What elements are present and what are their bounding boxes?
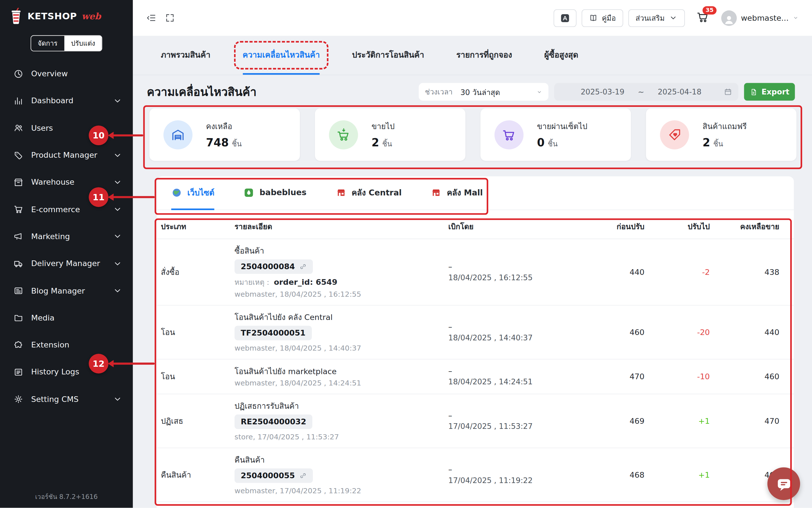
sidebar-item-label: E-commerce — [31, 205, 80, 214]
row-change: -2 — [644, 267, 709, 277]
sidebar-item-marketing[interactable]: Marketing — [0, 223, 133, 250]
stat-card: ขายไป2ชิ้น — [315, 108, 465, 161]
annotation-arrow — [113, 363, 155, 365]
product-icon — [14, 150, 24, 160]
export-label: Export — [762, 88, 789, 96]
stat-label: คงเหลือ — [206, 120, 242, 132]
sidebar-item-label: Product Manager — [31, 150, 97, 160]
period-value: 30 วันล่าสุด — [460, 86, 500, 98]
link-icon — [299, 263, 307, 270]
stat-cart-set-icon — [501, 127, 516, 142]
sidebar-item-label: Setting CMS — [31, 394, 79, 404]
annotation-arrow — [113, 134, 143, 136]
row-change: -10 — [644, 372, 709, 381]
document-code: RE2504000032 — [241, 417, 307, 426]
row-remain: 438 — [710, 267, 779, 277]
export-button[interactable]: Export — [744, 83, 795, 101]
annotation-number: 11 — [92, 192, 105, 202]
user-menu[interactable]: webmaste... — [721, 10, 799, 26]
sidebar-item-setting-cms[interactable]: Setting CMS — [0, 386, 133, 413]
collapse-sidebar-icon[interactable] — [147, 13, 156, 23]
sidebar-item-media[interactable]: Media — [0, 304, 133, 332]
mode-toggle: จัดการ ปรับแต่ง — [0, 35, 133, 51]
sidebar-item-label: Overview — [31, 69, 68, 78]
row-note: หมายเหตุ :order_id: 6549 — [235, 276, 448, 289]
warehouse-tab-2[interactable]: babeblues — [243, 176, 307, 210]
warehouse-tab-3[interactable]: คลัง Central — [335, 176, 401, 210]
document-code-chip[interactable]: RE2504000032 — [235, 414, 313, 429]
app-green-icon — [243, 187, 254, 198]
main-content: ภาพรวมสินค้าความเคลื่อนไหวสินค้าประวัติก… — [133, 36, 812, 508]
page-tabs: ภาพรวมสินค้าความเคลื่อนไหวสินค้าประวัติก… — [133, 36, 812, 75]
row-type: ปฏิเสธ — [161, 415, 235, 427]
manage-mode-button[interactable]: จัดการ — [31, 36, 64, 51]
sidebar-item-dashboard[interactable]: Dashboard — [0, 87, 133, 115]
extension-icon — [14, 340, 24, 350]
toolbar: ความเคลื่อนไหวสินค้า ช่วงเวลา 30 วันล่าส… — [133, 81, 812, 102]
row-type: โอน — [161, 326, 235, 338]
store-icon — [431, 187, 442, 198]
row-meta: webmaster, 18/04/2025 , 14:24:51 — [235, 377, 448, 389]
warehouse-icon — [14, 177, 24, 187]
stat-label: สินค้าแถมฟรี — [702, 120, 747, 132]
addons-dropdown[interactable]: ส่วนเสริม — [628, 9, 685, 27]
topbar: คู่มือ ส่วนเสริม 35 webmaste... — [133, 0, 812, 36]
column-header: ก่อนปรับ — [595, 220, 645, 232]
period-select[interactable]: ช่วงเวลา 30 วันล่าสุด — [419, 83, 549, 101]
row-change: +1 — [644, 470, 709, 480]
row-detail-title: ปฏิเสธการรับสินค้า — [235, 400, 448, 412]
addons-label: ส่วนเสริม — [636, 12, 665, 24]
warehouse-tab-4[interactable]: คลัง Mall — [431, 176, 483, 210]
page-tab-4[interactable]: รายการที่ถูกจอง — [456, 36, 512, 75]
sidebar-item-product-manager[interactable]: Product Manager — [0, 141, 133, 169]
document-code-chip[interactable]: TF2504000051 — [235, 326, 312, 340]
stat-value: 2ชิ้น — [371, 136, 394, 149]
chat-fab[interactable] — [767, 467, 800, 500]
column-header: คงเหลือขาย — [710, 220, 779, 232]
version-label: เวอร์ชัน 8.7.2+1616 — [0, 492, 133, 502]
page-tab-3[interactable]: ประวัติการโอนสินค้า — [352, 36, 424, 75]
chevron-down-icon — [113, 394, 123, 404]
page-tab-5[interactable]: ผู้ซื้อสูงสุด — [544, 36, 578, 75]
table-row: คืนสินค้าคืนสินค้า2504000055webmaster, 1… — [157, 448, 794, 502]
stat-icon-circle — [163, 120, 192, 149]
warehouse-tab-label: เว็บไซต์ — [187, 186, 214, 199]
row-before: 469 — [595, 416, 645, 426]
ecommerce-icon — [14, 205, 24, 214]
date-range-picker[interactable]: 2025-03-19 ~ 2025-04-18 — [554, 83, 738, 101]
sidebar-item-extension[interactable]: Extension — [0, 332, 133, 359]
date-separator: ~ — [638, 88, 644, 96]
page-tab-2[interactable]: ความเคลื่อนไหวสินค้า — [243, 36, 320, 75]
document-code-chip[interactable]: 2504000055 — [235, 468, 313, 483]
person-icon — [723, 13, 735, 26]
sidebar: KETSHOPweb จัดการ ปรับแต่ง OverviewDashb… — [0, 0, 133, 508]
warehouse-tabs: เว็บไซต์babebluesคลัง Centralคลัง Mall — [157, 176, 794, 210]
stat-card: ขายผ่านเซ็ตไป0ชิ้น — [480, 108, 631, 161]
app-logo: KETSHOPweb — [0, 0, 133, 25]
sidebar-item-delivery-manager[interactable]: Delivery Manager — [0, 250, 133, 278]
fullscreen-icon[interactable] — [165, 13, 175, 23]
sidebar-item-overview[interactable]: Overview — [0, 60, 133, 87]
row-meta: webmaster, 18/04/2025 , 16:12:55 — [235, 289, 448, 300]
annotation-arrow — [113, 196, 155, 198]
page-tab-1[interactable]: ภาพรวมสินค้า — [161, 36, 210, 75]
warehouse-tab-1[interactable]: เว็บไซต์ — [171, 176, 214, 210]
users-icon — [14, 123, 24, 133]
customize-mode-button[interactable]: ปรับแต่ง — [64, 36, 102, 51]
sidebar-item-label: Users — [31, 123, 53, 133]
toolbar-controls: ช่วงเวลา 30 วันล่าสุด 2025-03-19 ~ 2025-… — [419, 83, 795, 101]
stat-gift-tag-icon — [667, 127, 682, 142]
chevron-down-icon — [113, 286, 123, 296]
language-button[interactable] — [554, 9, 576, 27]
app: KETSHOPweb จัดการ ปรับแต่ง OverviewDashb… — [0, 0, 812, 508]
document-code-chip[interactable]: 2504000084 — [235, 259, 313, 274]
row-before: 460 — [595, 328, 645, 337]
cart-button[interactable]: 35 — [696, 10, 709, 25]
manual-button[interactable]: คู่มือ — [582, 9, 623, 27]
sidebar-item-blog-manager[interactable]: Blog Manager — [0, 277, 133, 304]
stat-card: คงเหลือ748ชิ้น — [150, 108, 300, 161]
stat-label: ขายไป — [371, 120, 394, 132]
movement-panel: เว็บไซต์babebluesคลัง Centralคลัง Mall ป… — [157, 176, 794, 508]
row-meta: store, 17/04/2025 , 11:53:27 — [235, 431, 448, 442]
sidebar-item-warehouse[interactable]: Warehouse — [0, 169, 133, 196]
